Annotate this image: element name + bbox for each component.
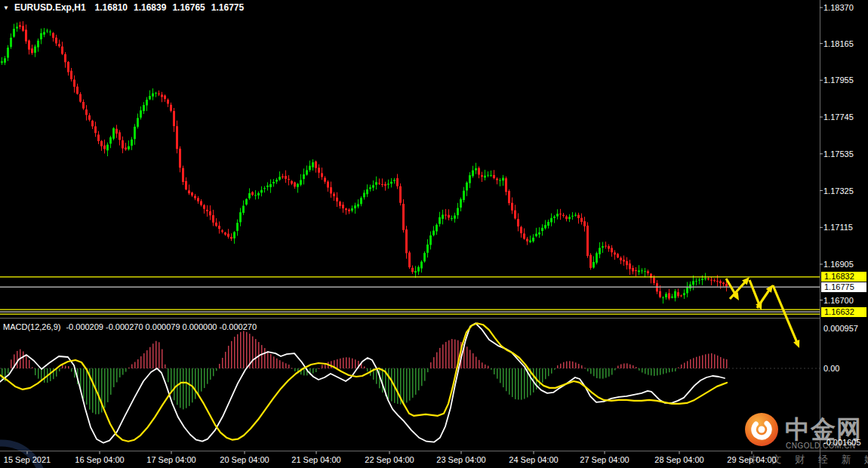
candle-body bbox=[61, 47, 63, 54]
candle-wick bbox=[482, 172, 482, 182]
candle-wick bbox=[605, 242, 606, 248]
candle-wick bbox=[645, 268, 645, 277]
candle-body bbox=[46, 31, 48, 32]
candle-body bbox=[279, 177, 281, 180]
macd-values: -0.000209 -0.000270 0.000079 0.000000 -0… bbox=[66, 322, 257, 331]
macd-hist-bar bbox=[261, 345, 263, 368]
candle-body bbox=[375, 182, 377, 185]
candle-body bbox=[508, 191, 510, 203]
macd-name: MACD(12,26,9) bbox=[3, 322, 60, 331]
macd-hist-bar bbox=[560, 364, 562, 368]
macd-hist-bar bbox=[512, 368, 513, 397]
macd-hist-bar bbox=[445, 342, 447, 368]
watermark-arc bbox=[0, 443, 43, 468]
candle-body bbox=[200, 202, 202, 205]
candle-body bbox=[64, 54, 66, 63]
candle-body bbox=[511, 203, 513, 211]
candle-wick bbox=[491, 171, 491, 177]
macd-hist-bar bbox=[566, 362, 568, 368]
candle-body bbox=[426, 245, 429, 253]
macd-hist-bar bbox=[337, 359, 338, 368]
candle-body bbox=[683, 293, 685, 295]
macd-hist-bar bbox=[180, 368, 181, 408]
candle-body bbox=[357, 204, 359, 206]
candle-wick bbox=[696, 279, 697, 286]
macd-hist-bar bbox=[282, 362, 284, 368]
macd-hist-bar bbox=[506, 368, 507, 391]
macd-hist-bar bbox=[189, 368, 190, 406]
macd-hist-bar bbox=[642, 368, 643, 372]
candle-body bbox=[13, 29, 15, 37]
macd-hist-bar bbox=[276, 359, 278, 368]
macd-hist-bar bbox=[183, 368, 184, 409]
candle-body bbox=[448, 215, 450, 218]
candle-body bbox=[393, 180, 396, 180]
candle-body bbox=[324, 178, 326, 182]
macd-hist-bar bbox=[116, 368, 118, 382]
candles-layer[interactable] bbox=[1, 21, 728, 303]
candle-body bbox=[390, 182, 392, 184]
candle-body bbox=[206, 210, 208, 211]
macd-hist-bar bbox=[524, 368, 525, 399]
macd-hist-bar bbox=[32, 367, 33, 368]
candle-body bbox=[653, 278, 655, 283]
macd-hist-bar bbox=[427, 368, 429, 372]
candle-body bbox=[164, 96, 166, 100]
candle-body bbox=[387, 183, 389, 184]
trend-arrows[interactable] bbox=[726, 277, 799, 348]
candle-body bbox=[493, 175, 495, 178]
macd-hist-bar bbox=[651, 368, 652, 375]
candle-body bbox=[556, 214, 559, 217]
macd-hist-bar bbox=[472, 353, 474, 368]
quote-high: 1.16839 bbox=[134, 2, 166, 13]
macd-hist-bar bbox=[349, 358, 350, 368]
macd-hist-bar bbox=[563, 362, 565, 368]
candle-body bbox=[285, 176, 287, 179]
macd-hist-bar bbox=[201, 368, 202, 392]
candle-body bbox=[680, 295, 682, 296]
candle-body bbox=[463, 191, 465, 200]
candle-body bbox=[239, 212, 242, 222]
arrow-shaft[interactable] bbox=[749, 280, 760, 306]
symbol-dropdown-icon[interactable]: ▼ bbox=[3, 5, 9, 11]
candle-body bbox=[596, 253, 598, 263]
candle-body bbox=[233, 232, 235, 238]
candle-wick bbox=[448, 209, 449, 220]
candle-body bbox=[119, 132, 121, 140]
macd-hist-bar bbox=[234, 337, 235, 368]
quote-low: 1.16765 bbox=[172, 2, 205, 13]
candle-body bbox=[7, 48, 9, 57]
candle-wick bbox=[2, 57, 2, 65]
candle-body bbox=[644, 271, 646, 272]
candle-wick bbox=[379, 179, 380, 186]
candle-body bbox=[79, 94, 82, 102]
macd-hist-bar bbox=[439, 348, 441, 368]
candle-body bbox=[218, 226, 220, 229]
macd-panel[interactable] bbox=[0, 323, 820, 443]
macd-hist-bar bbox=[122, 368, 124, 375]
macd-hist-bar bbox=[657, 368, 658, 375]
macd-hist-bar bbox=[11, 359, 12, 368]
candle-body bbox=[593, 262, 595, 268]
candle-wick bbox=[488, 171, 488, 177]
macd-hist-bar bbox=[322, 365, 323, 368]
candle-body bbox=[635, 270, 637, 271]
macd-hist-bar bbox=[678, 368, 679, 368]
candle-body bbox=[411, 268, 414, 272]
arrow-shaft[interactable] bbox=[773, 285, 798, 344]
macd-hist-bar bbox=[675, 368, 676, 371]
macd-hist-bar bbox=[648, 368, 649, 375]
candle-wick bbox=[385, 182, 386, 191]
macd-hist-bar bbox=[469, 349, 471, 368]
candle-body bbox=[152, 94, 154, 97]
macd-hist-bar bbox=[270, 354, 272, 368]
chart-canvas[interactable] bbox=[0, 0, 868, 468]
macd-hist-bar bbox=[666, 368, 667, 373]
horizontal-level-lines[interactable] bbox=[0, 277, 820, 314]
candle-body bbox=[70, 71, 72, 79]
macd-hist-bar bbox=[134, 362, 136, 368]
macd-hist-bar bbox=[210, 368, 211, 380]
candle-body bbox=[550, 218, 553, 223]
candle-body bbox=[182, 168, 184, 182]
candle-body bbox=[701, 279, 703, 280]
